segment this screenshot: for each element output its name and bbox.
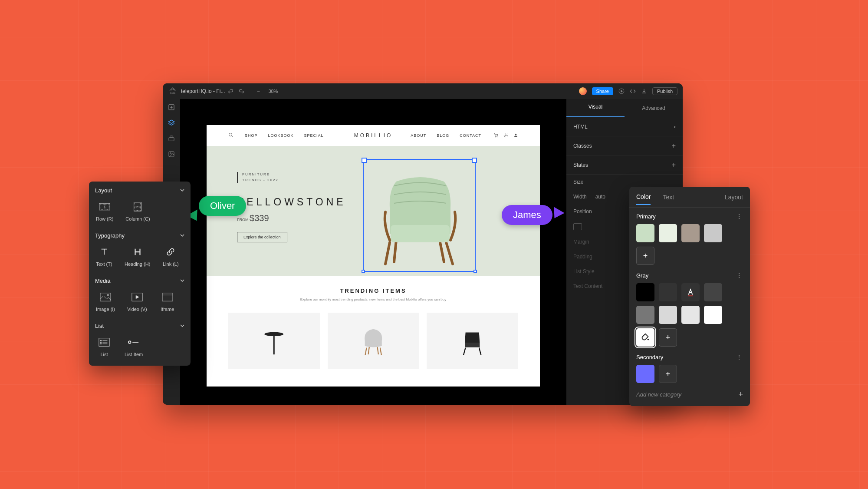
classes-row[interactable]: Classes+ [566,136,683,155]
brand-logo[interactable]: MOBILLIO [354,132,393,139]
element-list[interactable]: List [96,336,112,357]
nav-contact[interactable]: CONTACT [460,133,481,138]
canvas-area[interactable]: SHOP LOOKBOOK SPECIAL MOBILLIO ABOUT BLO… [180,99,566,405]
element-text[interactable]: Text (T) [96,246,112,267]
more-icon[interactable]: ⋮ [736,354,743,360]
svg-point-27 [100,344,101,344]
section-media[interactable]: Media [89,272,191,289]
undo-icon[interactable] [226,86,235,96]
chair-image [372,164,468,268]
svg-point-21 [107,294,109,296]
position-icon[interactable] [573,223,582,230]
gear-icon[interactable] [503,133,508,139]
project-title[interactable]: teleportHQ.io - Fi... [181,88,225,94]
element-heading[interactable]: Heading (H) [125,246,150,267]
svg-rect-15 [100,204,105,209]
fill-color-swatch[interactable] [636,328,654,347]
element-iframe[interactable]: Iframe [159,291,176,312]
product-card[interactable] [427,313,518,369]
avatar[interactable] [579,87,587,95]
color-swatch[interactable] [681,224,700,242]
color-swatch[interactable] [636,224,654,242]
element-image[interactable]: Image (I) [96,291,115,312]
color-swatch[interactable] [659,224,677,242]
design-canvas[interactable]: SHOP LOOKBOOK SPECIAL MOBILLIO ABOUT BLO… [207,125,540,387]
add-swatch-button[interactable]: + [659,328,677,347]
color-swatch[interactable] [659,283,677,301]
hero-section: FURNITURE TRENDS - 2022 YELLOWSTONE FROM… [207,146,540,276]
color-swatch[interactable] [704,306,722,324]
user-icon[interactable] [513,133,518,139]
chevron-down-icon [180,278,184,283]
app-logo[interactable]: beta [168,86,178,96]
nav-lookbook[interactable]: LOOKBOOK [268,133,294,138]
layers-icon[interactable] [166,117,177,129]
add-category-button[interactable]: Add new category+ [629,385,750,401]
text-color-swatch[interactable] [681,283,700,301]
product-card[interactable] [328,313,419,369]
more-icon[interactable]: ⋮ [736,272,743,279]
states-row[interactable]: States+ [566,155,683,175]
tab-visual[interactable]: Visual [566,99,625,117]
tab-text[interactable]: Text [663,194,674,205]
color-swatch[interactable] [681,306,700,324]
nav-blog[interactable]: BLOG [437,133,449,138]
nav-about[interactable]: ABOUT [411,133,426,138]
element-column[interactable]: Column (C) [125,201,150,221]
cat-primary: Primary [636,213,656,220]
zoom-in-icon[interactable]: + [283,86,293,96]
tab-advanced[interactable]: Advanced [625,99,683,117]
cta-button[interactable]: Explore the collection [237,232,287,242]
color-swatch[interactable] [636,306,654,324]
cart-icon[interactable] [493,133,498,139]
color-swatch[interactable] [636,365,654,383]
iframe-icon [159,291,176,303]
svg-rect-2 [169,137,174,141]
svg-rect-19 [135,207,141,211]
text-icon [96,246,112,258]
element-row[interactable]: Row (R) [96,201,113,221]
zoom-out-icon[interactable]: − [253,86,263,96]
plus-icon[interactable]: + [672,142,676,150]
download-icon[interactable] [639,86,649,96]
redo-icon[interactable] [237,86,247,96]
assets-icon[interactable] [166,133,177,144]
share-button[interactable]: Share [592,87,613,95]
image-rail-icon[interactable] [166,149,177,160]
chevron-down-icon [180,324,184,328]
color-swatch[interactable] [636,283,654,301]
add-swatch-button[interactable]: + [659,365,677,383]
selected-element[interactable] [363,159,476,272]
section-typography[interactable]: Typography [89,227,191,244]
svg-rect-18 [135,203,141,207]
link-icon [162,246,179,258]
row-icon [96,201,113,213]
html-row[interactable]: HTML‹ [566,117,683,136]
color-swatch[interactable] [704,283,722,301]
element-link[interactable]: Link (L) [162,246,179,267]
tab-layout[interactable]: Layout [725,194,743,205]
section-layout[interactable]: Layout [89,182,191,199]
nav-special[interactable]: SPECIAL [304,133,324,138]
product-card[interactable] [228,313,320,369]
site-header: SHOP LOOKBOOK SPECIAL MOBILLIO ABOUT BLO… [207,125,540,146]
color-panel: Color Text Layout Primary⋮ + Gray⋮ + Se [629,187,750,406]
color-swatch[interactable] [659,306,677,324]
element-video[interactable]: Video (V) [127,291,147,312]
publish-button[interactable]: Publish [652,87,677,95]
add-element-icon[interactable] [166,102,177,113]
play-icon[interactable] [617,86,626,96]
more-icon[interactable]: ⋮ [736,213,743,220]
zoom-level[interactable]: 38% [268,89,278,94]
svg-rect-29 [688,295,693,296]
tab-color[interactable]: Color [636,193,651,205]
element-list-item[interactable]: List-Item [125,336,143,357]
color-swatch[interactable] [704,224,722,242]
search-icon[interactable] [228,132,233,139]
app-window: beta teleportHQ.io - Fi... − 38% + Share… [163,83,683,405]
section-list[interactable]: List [89,317,191,334]
add-swatch-button[interactable]: + [636,247,654,265]
plus-icon[interactable]: + [672,161,676,169]
nav-shop[interactable]: SHOP [245,133,258,138]
code-icon[interactable] [628,86,638,96]
